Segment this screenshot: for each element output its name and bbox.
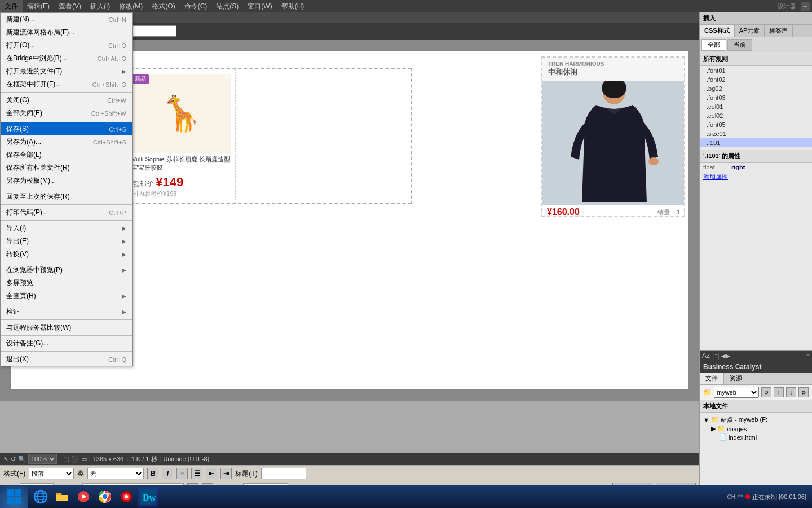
class-select[interactable]: 无: [87, 468, 144, 479]
bc-tab-files[interactable]: 文件: [700, 373, 724, 384]
title-input-bottom[interactable]: [261, 468, 306, 479]
menu-item-command[interactable]: 命令(C): [180, 0, 212, 12]
rule-f101[interactable]: .f101: [700, 138, 812, 147]
menu-design-notes[interactable]: 设计备注(G)...: [1, 337, 132, 350]
dw-icon: Dw: [140, 489, 156, 505]
menu-exit[interactable]: 退出(X) Ctrl+Q: [1, 353, 132, 366]
bc-refresh-btn[interactable]: ↺: [761, 387, 771, 397]
menu-save-all[interactable]: 保存全部(L): [1, 148, 132, 161]
taskbar-internet-explorer[interactable]: [30, 487, 51, 507]
italic-btn[interactable]: I: [162, 468, 173, 479]
canvas-icon-2[interactable]: ⬛: [71, 456, 79, 463]
indent-btn-2[interactable]: ⇥: [220, 468, 232, 479]
menu-revert[interactable]: 回复至上次的保存(R): [1, 190, 132, 203]
images-label[interactable]: images: [727, 426, 747, 432]
menu-recent[interactable]: 打开最近的文件(T) ▶: [1, 65, 132, 78]
status-sep-3: |: [160, 456, 161, 462]
menu-recent-label: 打开最近的文件(T): [6, 67, 122, 76]
list-btn-1[interactable]: ≡: [176, 468, 188, 479]
menu-fullpage[interactable]: 全查页(H) ▶: [1, 290, 132, 303]
menu-save[interactable]: 保存(S) Ctrl+S: [1, 122, 132, 135]
folder-icon: 📁: [703, 388, 712, 396]
bc-tab-resources[interactable]: 资源: [724, 373, 748, 384]
menu-new-fluid[interactable]: 新建流体网格布局(F)...: [1, 26, 132, 39]
scope-tab-all[interactable]: 全部: [701, 39, 726, 51]
menu-preview[interactable]: 在浏览器中预览(P) ▶: [1, 264, 132, 277]
svg-rect-5: [15, 489, 21, 496]
menu-save-template[interactable]: 另存为模板(M)...: [1, 174, 132, 187]
menu-save-related[interactable]: 保存所有相关文件(R): [1, 161, 132, 174]
bc-icon-2[interactable]: |↑|: [712, 352, 719, 360]
menu-validate-arrow: ▶: [122, 309, 126, 315]
menu-item-window[interactable]: 窗口(W): [243, 0, 276, 12]
menu-validate[interactable]: 检证 ▶: [1, 305, 132, 318]
indent-btn-1[interactable]: ⇤: [206, 468, 217, 479]
menu-item-edit[interactable]: 编辑(E): [23, 0, 54, 12]
bc-download-btn[interactable]: ↓: [786, 387, 796, 397]
prop-float-key: float: [703, 164, 731, 170]
menu-item-view[interactable]: 查看(V): [54, 0, 86, 12]
rule-font05[interactable]: .font05: [700, 120, 812, 129]
canvas-icon-1[interactable]: ⬚: [63, 456, 69, 463]
css-tab-styles[interactable]: CSS样式: [700, 25, 735, 37]
rule-font01[interactable]: .font01: [700, 66, 812, 75]
taskbar-chrome[interactable]: [95, 487, 115, 507]
status-pointer-icon: ↖: [3, 456, 8, 463]
bc-settings-btn[interactable]: ⚙: [798, 387, 809, 397]
taskbar-record[interactable]: [116, 487, 136, 507]
index-label[interactable]: index.html: [729, 434, 757, 441]
menu-item-help[interactable]: 帮助(H): [277, 0, 309, 12]
css-tab-ap[interactable]: AP元素: [735, 25, 765, 37]
scope-tab-current[interactable]: 当前: [727, 39, 752, 51]
menu-item-modify[interactable]: 修改(M): [114, 0, 147, 12]
taskbar-folder[interactable]: [52, 487, 72, 507]
rule-bg02[interactable]: .bg02: [700, 84, 812, 93]
menu-item-site[interactable]: 站点(S): [211, 0, 243, 12]
bold-btn[interactable]: B: [147, 468, 158, 479]
bc-icon-4[interactable]: ≡: [806, 353, 810, 359]
menu-revert-label: 回复至上次的保存(R): [6, 192, 126, 202]
taskbar-dreamweaver[interactable]: Dw: [138, 487, 158, 507]
rule-font03[interactable]: .font03: [700, 93, 812, 102]
rule-col01[interactable]: .col01: [700, 102, 812, 111]
menu-item-file[interactable]: 文件: [0, 0, 23, 12]
bc-icon-1[interactable]: Az: [702, 352, 710, 360]
myweb-select[interactable]: myweb: [714, 387, 759, 398]
list-btn-2[interactable]: ☰: [191, 468, 202, 479]
menu-open[interactable]: 打开(O)... Ctrl+O: [1, 39, 132, 52]
menu-open-frame[interactable]: 在框架中打开(F)... Ctrl+Shift+O: [1, 78, 132, 91]
menu-print[interactable]: 打印代码(P)... Ctrl+P: [1, 206, 132, 219]
rule-col02[interactable]: .col02: [700, 111, 812, 120]
menu-import[interactable]: 导入(I) ▶: [1, 222, 132, 235]
svg-rect-6: [7, 497, 14, 504]
menu-item-insert[interactable]: 插入(I): [86, 0, 114, 12]
bc-upload-btn[interactable]: ↑: [774, 387, 784, 397]
taskbar-start-btn[interactable]: [0, 485, 28, 508]
menu-bridge[interactable]: 在Bridge中浏览(B)... Ctrl+Alt+O: [1, 52, 132, 65]
site-label[interactable]: 站点 - myweb (F:: [721, 415, 767, 424]
css-tab-tags[interactable]: 标签库: [765, 25, 793, 37]
menu-save-as[interactable]: 另存为(A)... Ctrl+Shift+S: [1, 135, 132, 148]
recording-label: 正在录制 [00:01:06]: [752, 493, 806, 501]
canvas-icon-3[interactable]: ▭: [81, 456, 87, 463]
menu-compare[interactable]: 与远程服务器比较(W): [1, 321, 132, 334]
menu-export[interactable]: 导出(E) ▶: [1, 235, 132, 248]
menu-close-label: 关闭(C): [6, 95, 103, 105]
status-refresh-icon[interactable]: ↺: [11, 456, 16, 463]
menu-multiscreen[interactable]: 多屏预览: [1, 277, 132, 290]
menu-close-all[interactable]: 全部关闭(E) Ctrl+Shift+W: [1, 107, 132, 120]
menu-new-shortcut: Ctrl+N: [109, 16, 126, 23]
rule-font02[interactable]: .font02: [700, 75, 812, 84]
bc-icon-3[interactable]: ◀▶: [721, 353, 730, 359]
taskbar-media[interactable]: [73, 487, 94, 507]
bc-tabs: 文件 资源: [700, 373, 812, 385]
minimize-btn[interactable]: ─: [801, 2, 810, 11]
add-attr-link[interactable]: 添加属性: [700, 172, 812, 182]
menu-new[interactable]: 新建(N)... Ctrl+N: [1, 13, 132, 26]
rule-size01[interactable]: .size01: [700, 129, 812, 138]
zoom-select[interactable]: 100%: [28, 454, 57, 464]
menu-convert[interactable]: 转换(V) ▶: [1, 248, 132, 261]
format-select[interactable]: 段落: [29, 468, 74, 479]
menu-close[interactable]: 关闭(C) Ctrl+W: [1, 94, 132, 107]
menu-item-format[interactable]: 格式(O): [147, 0, 179, 12]
